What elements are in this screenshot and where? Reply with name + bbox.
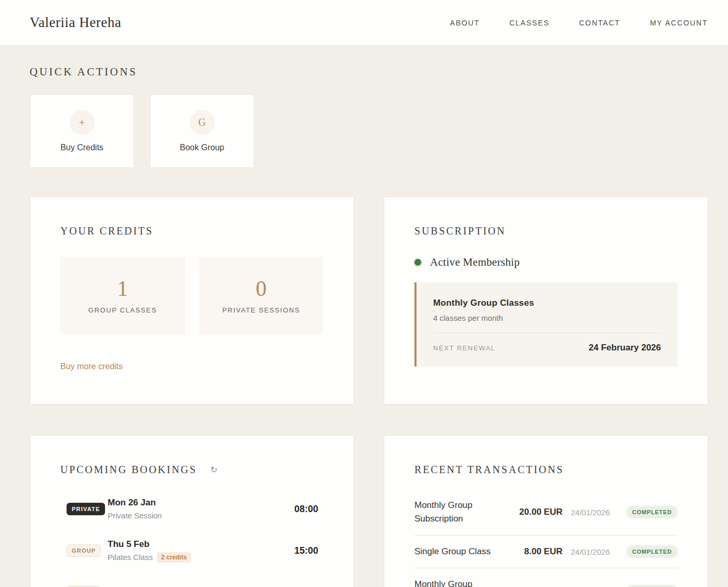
plan-detail: 4 classes per month (433, 314, 661, 322)
active-status-dot-icon (414, 259, 421, 266)
letter-g-icon: G (190, 110, 215, 135)
booking-row: GROUP Thu 5 Feb Pilates Class 2 credits … (67, 538, 323, 563)
renewal-date: 24 February 2026 (589, 343, 661, 353)
nav-item-about[interactable]: ABOUT (450, 19, 479, 27)
your-credits-title: YOUR CREDITS (60, 225, 323, 237)
recent-transactions-title: RECENT TRANSACTIONS (414, 464, 678, 476)
booking-time: 08:00 (294, 504, 323, 515)
group-badge: GROUP (67, 544, 101, 557)
quick-action-cards: + Buy Credits G Book Group (30, 94, 708, 168)
booking-row: GROUP Thu 12 Feb (67, 580, 323, 587)
book-group-card[interactable]: G Book Group (150, 94, 254, 168)
transaction-list: Monthly Group Subscription 20.00 EUR 24/… (414, 489, 678, 587)
buy-credits-card[interactable]: + Buy Credits (30, 94, 134, 168)
private-sessions-credit-value: 0 (256, 278, 267, 299)
transaction-row: Monthly Group Subscription 20.00 EUR 23/… (414, 568, 678, 587)
bookings-title-row: UPCOMING BOOKINGS ↻ (60, 464, 323, 476)
transaction-name: Monthly Group Subscription (414, 499, 506, 526)
dashboard-main: QUICK ACTIONS + Buy Credits G Book Group… (0, 46, 708, 587)
booking-info: Mon 26 Jan Private Session (108, 497, 162, 521)
nav-item-classes[interactable]: CLASSES (509, 19, 549, 27)
refresh-icon[interactable]: ↻ (211, 465, 217, 475)
private-badge: PRIVATE (67, 503, 105, 515)
credit-boxes: 1 GROUP CLASSES 0 PRIVATE SESSIONS (60, 257, 323, 335)
booking-info: Thu 5 Feb Pilates Class 2 credits (108, 539, 191, 563)
credits-chip: 2 credits (157, 552, 191, 563)
booking-row: PRIVATE Mon 26 Jan Private Session 08:00 (67, 497, 323, 521)
subscription-title: SUBSCRIPTION (414, 225, 678, 237)
booking-name: Private Session (108, 510, 162, 521)
quick-actions-title: QUICK ACTIONS (30, 66, 708, 79)
plan-divider (433, 333, 661, 333)
status-badge: COMPLETED (627, 506, 678, 518)
transaction-row: Single Group Class 8.00 EUR 24/01/2026 C… (414, 536, 678, 568)
private-sessions-credit-label: PRIVATE SESSIONS (223, 306, 300, 314)
booking-name: Pilates Class (108, 552, 153, 563)
group-classes-credit-value: 1 (117, 278, 128, 299)
upcoming-bookings-card: UPCOMING BOOKINGS ↻ PRIVATE Mon 26 Jan P… (30, 435, 354, 587)
renewal-label: NEXT RENEWAL (433, 344, 496, 352)
quick-actions-section: QUICK ACTIONS + Buy Credits G Book Group (30, 66, 708, 168)
transaction-row: Monthly Group Subscription 20.00 EUR 24/… (414, 489, 678, 536)
transaction-amount: 8.00 EUR (506, 546, 563, 557)
book-group-label: Book Group (180, 143, 224, 152)
booking-date: Thu 5 Feb (108, 539, 191, 550)
subscription-card: SUBSCRIPTION Active Membership Monthly G… (384, 197, 708, 405)
transaction-amount: 20.00 EUR (506, 507, 563, 517)
dashboard-grid: YOUR CREDITS 1 GROUP CLASSES 0 PRIVATE S… (30, 197, 708, 587)
nav-item-my-account[interactable]: MY ACCOUNT (650, 19, 708, 27)
renewal-row: NEXT RENEWAL 24 February 2026 (433, 343, 661, 353)
recent-transactions-card: RECENT TRANSACTIONS Monthly Group Subscr… (384, 435, 708, 587)
plan-name: Monthly Group Classes (433, 298, 661, 308)
status-badge: COMPLETED (627, 585, 678, 587)
your-credits-card: YOUR CREDITS 1 GROUP CLASSES 0 PRIVATE S… (30, 197, 354, 405)
transaction-name: Monthly Group Subscription (414, 578, 506, 587)
group-classes-credit-label: GROUP CLASSES (88, 306, 157, 314)
transaction-date: 24/01/2026 (571, 547, 620, 556)
transaction-date: 24/01/2026 (571, 508, 620, 517)
buy-credits-label: Buy Credits (60, 143, 103, 152)
group-classes-credit-box: 1 GROUP CLASSES (60, 257, 185, 335)
plus-icon: + (70, 110, 95, 135)
membership-status-text: Active Membership (430, 256, 519, 269)
plan-panel: Monthly Group Classes 4 classes per mont… (414, 282, 678, 367)
top-navigation-bar: Valeriia Hereha ABOUT CLASSES CONTACT MY… (0, 0, 728, 46)
booking-date: Mon 26 Jan (108, 497, 162, 508)
brand-logo[interactable]: Valeriia Hereha (30, 15, 121, 31)
nav-item-contact[interactable]: CONTACT (579, 19, 620, 27)
upcoming-bookings-title: UPCOMING BOOKINGS (60, 464, 197, 476)
private-sessions-credit-box: 0 PRIVATE SESSIONS (199, 257, 324, 335)
transaction-name: Single Group Class (414, 545, 506, 558)
booking-time: 15:00 (294, 545, 323, 556)
booking-list: PRIVATE Mon 26 Jan Private Session 08:00… (60, 497, 323, 587)
status-badge: COMPLETED (627, 545, 678, 558)
membership-status-row: Active Membership (414, 256, 678, 269)
main-nav: ABOUT CLASSES CONTACT MY ACCOUNT (450, 19, 708, 27)
buy-more-credits-link[interactable]: Buy more credits (60, 362, 123, 371)
